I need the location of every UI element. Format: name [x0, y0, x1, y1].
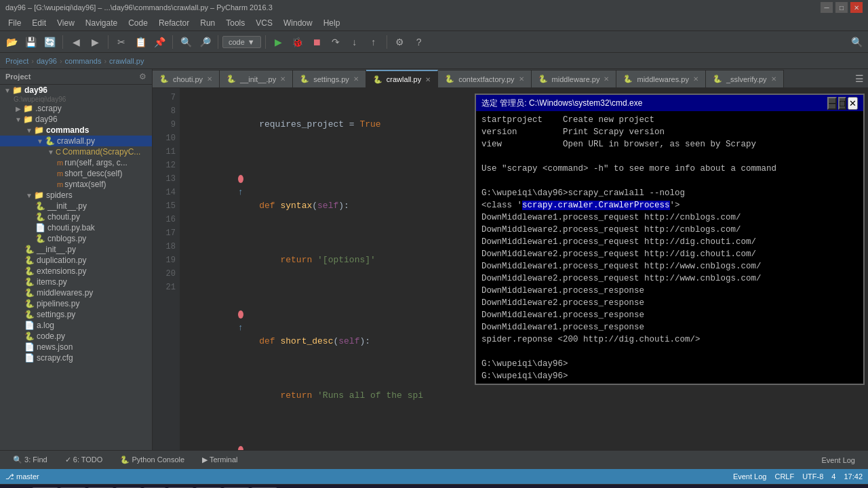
tab-contextfactory[interactable]: 🐍 contextfactory.py ✕ — [438, 70, 531, 87]
tree-settings-file[interactable]: 🐍 settings.py — [0, 309, 152, 320]
tree-commands-folder[interactable]: ▼ 📁 commands — [0, 125, 152, 136]
sync-button[interactable]: 🔄 — [41, 33, 58, 51]
step-out-button[interactable]: ↑ — [365, 33, 382, 51]
tree-syntax-method[interactable]: m syntax(self) — [0, 179, 152, 190]
tab-sslverify[interactable]: 🐍 _sslverify.py ✕ — [706, 70, 784, 87]
close-tab-middleware[interactable]: ✕ — [604, 75, 609, 83]
tree-items-file[interactable]: 🐍 items.py — [0, 277, 152, 287]
tree-run-method[interactable]: m run(self, args, c... — [0, 157, 152, 168]
tab-middlewares[interactable]: 🐍 middlewares.py ✕ — [616, 70, 705, 87]
breadcrumb-project[interactable]: Project — [5, 57, 28, 65]
tree-pipelines-file[interactable]: 🐍 pipelines.py — [0, 298, 152, 309]
status-encoding[interactable]: UTF-8 — [802, 472, 823, 481]
tree-init-file[interactable]: 🐍 __init__.py — [0, 244, 152, 255]
tree-news-file[interactable]: 📄 news.json — [0, 342, 152, 352]
tree-scrapy-folder[interactable]: ▶ 📁 .scrapy — [0, 103, 152, 114]
status-event-log[interactable]: Event Log — [733, 472, 767, 481]
breadcrumb-day96[interactable]: day96 — [37, 57, 57, 65]
tree-spiders-init[interactable]: 🐍 __init__.py — [0, 201, 152, 211]
tree-scrapy-cfg[interactable]: 📄 scrapy.cfg — [0, 352, 152, 363]
close-tab-chouti[interactable]: ✕ — [207, 75, 212, 83]
save-button[interactable]: 💾 — [22, 33, 39, 51]
help-button[interactable]: ? — [410, 33, 428, 51]
txt-file-icon: 📄 — [24, 342, 35, 352]
menu-item-edit[interactable]: Edit — [26, 17, 52, 29]
paste-button[interactable]: 📌 — [151, 33, 168, 51]
close-tab-crawlall[interactable]: ✕ — [425, 76, 431, 83]
tab-find[interactable]: 🔍 3: Find — [5, 453, 55, 467]
menu-item-view[interactable]: View — [52, 17, 80, 29]
tree-crawlall-file[interactable]: ▼ 🐍 crawlall.py — [0, 136, 152, 146]
step-over-button[interactable]: ↷ — [327, 33, 344, 51]
project-tree[interactable]: Project ⚙ ▼ 📁 day96 G:\wupeiqi\day96 ▶ 📁… — [0, 69, 153, 450]
cmd-minimize[interactable]: ─ — [827, 97, 836, 110]
tree-shortdesc-method[interactable]: m short_desc(self) — [0, 168, 152, 179]
tree-duplication-file[interactable]: 🐍 duplication.py — [0, 255, 152, 266]
close-tab-settings[interactable]: ✕ — [353, 75, 359, 83]
txt-file-icon: 📄 — [35, 223, 45, 232]
debug-button[interactable]: 🐞 — [289, 33, 307, 51]
maximize-button[interactable]: □ — [835, 2, 848, 13]
menu-item-help[interactable]: Help — [318, 17, 346, 29]
breadcrumb: Project › day96 › commands › crawlall.py — [0, 53, 868, 69]
step-into-button[interactable]: ↓ — [346, 33, 363, 51]
cmd-window[interactable]: 选定 管理员: C:\Windows\system32\cmd.exe ─ □ … — [475, 94, 865, 385]
menu-item-navigate[interactable]: Navigate — [80, 17, 123, 29]
close-tab-contextfactory[interactable]: ✕ — [519, 75, 524, 83]
tree-cnblogs-file[interactable]: 🐍 cnblogs.py — [0, 233, 152, 244]
find-button[interactable]: 🔍 — [177, 33, 195, 51]
close-button[interactable]: ✕ — [850, 2, 863, 13]
tree-extensions-file[interactable]: 🐍 extensions.py — [0, 266, 152, 277]
tab-terminal[interactable]: ▶ Terminal — [195, 453, 245, 467]
tree-root[interactable]: ▼ 📁 day96 — [0, 85, 152, 96]
minimize-button[interactable]: ─ — [821, 2, 833, 13]
tab-settings[interactable]: 🐍 settings.py ✕ — [293, 70, 366, 87]
status-indent[interactable]: 4 — [831, 472, 835, 481]
menu-item-code[interactable]: Code — [123, 17, 153, 29]
tab-crawlall[interactable]: 🐍 crawlall.py ✕ — [366, 70, 438, 87]
tab-chouti[interactable]: 🐍 chouti.py ✕ — [153, 70, 220, 87]
search-everywhere-button[interactable]: 🔍 — [848, 33, 865, 51]
close-tab-middlewares[interactable]: ✕ — [693, 75, 698, 83]
forward-button[interactable]: ▶ — [86, 33, 104, 51]
back-button[interactable]: ◀ — [67, 33, 85, 51]
tree-code-file[interactable]: 🐍 code.py — [0, 331, 152, 342]
tree-day96-folder[interactable]: ▼ 📁 day96 — [0, 114, 152, 125]
project-settings-icon[interactable]: ⚙ — [139, 72, 146, 81]
menu-item-tools[interactable]: Tools — [220, 17, 250, 29]
code-dropdown-button[interactable]: code ▼ — [222, 36, 261, 48]
copy-button[interactable]: 📋 — [132, 33, 149, 51]
cmd-close[interactable]: ✕ — [848, 97, 858, 110]
tree-spiders-folder[interactable]: ▼ 📁 spiders — [0, 190, 152, 201]
menu-item-file[interactable]: File — [3, 17, 26, 29]
replace-button[interactable]: 🔎 — [196, 33, 214, 51]
menu-item-window[interactable]: Window — [278, 17, 318, 29]
tree-chouti-bak[interactable]: 📄 chouti.py.bak — [0, 222, 152, 233]
tree-chouti-file[interactable]: 🐍 chouti.py — [0, 211, 152, 222]
breadcrumb-commands[interactable]: commands — [65, 57, 102, 65]
tree-alog-file[interactable]: 📄 a.log — [0, 320, 152, 331]
menu-item-refactor[interactable]: Refactor — [153, 17, 195, 29]
find-icon: 🔍 — [13, 455, 22, 464]
tab-todo[interactable]: ✓ 6: TODO — [58, 453, 111, 467]
breadcrumb-crawlall[interactable]: crawlall.py — [109, 57, 144, 65]
cmd-maximize[interactable]: □ — [838, 97, 846, 110]
tab-init[interactable]: 🐍 __init__.py ✕ — [220, 70, 293, 87]
tab-event-log[interactable]: Event Log — [814, 453, 863, 467]
tab-list-button[interactable]: ☰ — [850, 70, 868, 87]
stop-button[interactable]: ⏹ — [308, 33, 326, 51]
close-tab-init[interactable]: ✕ — [280, 75, 285, 83]
cut-button[interactable]: ✂ — [113, 33, 130, 51]
status-crlf[interactable]: CRLF — [774, 472, 794, 481]
close-tab-sslverify[interactable]: ✕ — [771, 75, 776, 83]
tab-python-console[interactable]: 🐍 Python Console — [113, 453, 192, 467]
open-button[interactable]: 📂 — [3, 33, 20, 51]
run-button[interactable]: ▶ — [270, 33, 288, 51]
menu-item-vcs[interactable]: VCS — [250, 17, 278, 29]
tree-command-class[interactable]: ▼ C Command(ScrapyC... — [0, 146, 152, 157]
menu-item-run[interactable]: Run — [195, 17, 220, 29]
tab-middleware[interactable]: 🐍 middleware.py ✕ — [532, 70, 617, 87]
settings-button[interactable]: ⚙ — [391, 33, 409, 51]
tree-middlewares-file[interactable]: 🐍 middlewares.py — [0, 287, 152, 298]
cmd-titlebar[interactable]: 选定 管理员: C:\Windows\system32\cmd.exe ─ □ … — [476, 95, 863, 111]
